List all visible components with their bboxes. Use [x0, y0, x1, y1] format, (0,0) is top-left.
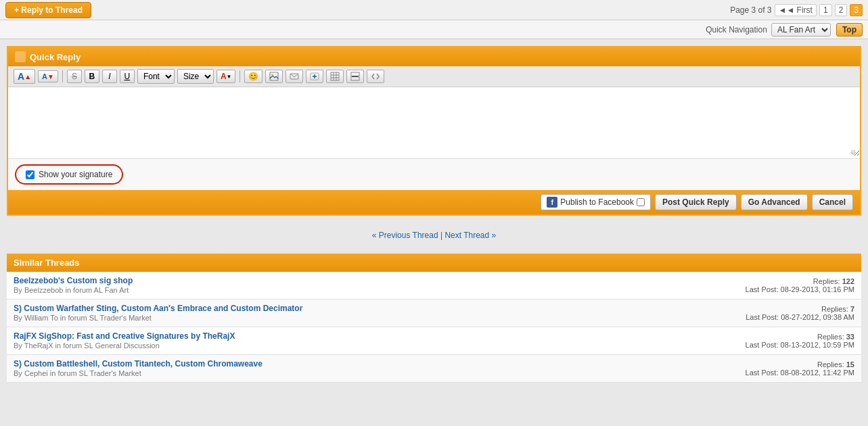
publish-facebook-button[interactable]: f Publish to Facebook [541, 194, 651, 210]
page-label: Page 3 of 3 [730, 5, 771, 15]
thread-title-link[interactable]: RajFX SigShop: Fast and Creative Signatu… [14, 331, 608, 341]
insert-table-btn[interactable] [326, 70, 344, 83]
cancel-button[interactable]: Cancel [812, 194, 853, 210]
underline-btn[interactable]: U [120, 70, 135, 83]
strikethrough-btn[interactable]: S [67, 70, 82, 83]
quick-nav-label: Quick Navigation [706, 25, 767, 34]
replies-count: 15 [846, 360, 854, 369]
first-page-link[interactable]: ◄◄ First [775, 4, 817, 16]
insert-code-btn[interactable] [367, 70, 384, 83]
editor-wrapper: ⟱ [8, 87, 860, 158]
thread-meta: By William To in forum SL Trader's Marke… [14, 314, 152, 322]
thread-replies-cell: Replies: 15 Last Post: 08-08-2012, 11:42… [615, 355, 861, 383]
last-post-label: Last Post: [746, 313, 781, 321]
thread-info-cell: S) Custom Warfather Sting, Custom Aan's … [7, 300, 615, 327]
table-row: S) Custom Battleshell, Custom Titantech,… [7, 355, 861, 383]
increase-font-btn[interactable]: A▲ [14, 69, 35, 84]
thread-title-link[interactable]: Beelzzebob's Custom sig shop [14, 276, 608, 285]
replies-count: 122 [842, 277, 854, 285]
post-quick-reply-button[interactable]: Post Quick Reply [655, 194, 737, 210]
toolbar-divider-2 [239, 70, 240, 82]
table-row: Beelzzebob's Custom sig shop By Beelzzeb… [7, 272, 861, 300]
resize-handle[interactable]: ⟱ [850, 149, 859, 157]
size-select[interactable]: Size [177, 69, 214, 84]
thread-replies-cell: Replies: 33 Last Post: 08-13-2012, 10:59… [615, 327, 861, 355]
thread-title-link[interactable]: S) Custom Warfather Sting, Custom Aan's … [14, 304, 608, 313]
thread-title-link[interactable]: S) Custom Battleshell, Custom Titantech,… [14, 359, 608, 369]
similar-threads: Similar Threads Beelzzebob's Custom sig … [7, 254, 861, 383]
editor-toolbar: A▲ A▼ S B I U Font Size [8, 66, 860, 87]
thread-nav-separator: | [440, 231, 442, 240]
quick-nav-bar: Quick Navigation AL Fan Art Top [0, 20, 868, 39]
thread-info-cell: S) Custom Battleshell, Custom Titantech,… [7, 355, 615, 383]
replies-label: Replies: [817, 360, 846, 369]
thread-replies-cell: Replies: 7 Last Post: 08-27-2012, 09:38 … [615, 300, 861, 327]
previous-thread-link[interactable]: « Previous Thread [372, 231, 438, 240]
replies-label: Replies: [817, 333, 846, 341]
publish-facebook-label: Publish to Facebook [560, 197, 634, 207]
svg-rect-6 [331, 72, 339, 80]
similar-threads-header: Similar Threads [7, 254, 861, 272]
thread-info-cell: RajFX SigShop: Fast and Creative Signatu… [7, 327, 615, 355]
last-post-date: 08-13-2012, 10:59 PM [781, 341, 854, 349]
italic-btn[interactable]: I [102, 70, 117, 83]
page-1-link[interactable]: 1 [819, 4, 832, 16]
quick-reply-container: Quick Reply A▲ A▼ S B I [7, 46, 861, 216]
last-post-label: Last Post: [746, 341, 781, 349]
last-post-date: 08-29-2013, 01:16 PM [781, 285, 854, 293]
top-button[interactable]: Top [836, 23, 863, 37]
insert-hr-btn[interactable] [346, 70, 364, 83]
thread-replies-cell: Replies: 122 Last Post: 08-29-2013, 01:1… [615, 272, 861, 300]
last-post-date: 08-08-2012, 11:42 PM [781, 369, 854, 377]
thread-meta: By Beelzzebob in forum AL Fan Art [14, 286, 129, 294]
replies-label: Replies: [813, 277, 842, 285]
publish-facebook-checkbox[interactable] [637, 198, 645, 206]
last-post-date: 08-27-2012, 09:38 AM [781, 313, 854, 321]
action-buttons-row: f Publish to Facebook Post Quick Reply G… [8, 190, 860, 214]
page-2-link[interactable]: 2 [835, 4, 848, 16]
facebook-icon: f [547, 197, 557, 208]
table-row: S) Custom Warfather Sting, Custom Aan's … [7, 300, 861, 327]
svg-point-1 [272, 74, 273, 75]
thread-meta: By Cephei in forum SL Trader's Market [14, 369, 141, 377]
replies-count: 7 [850, 305, 854, 313]
bold-btn[interactable]: B [85, 70, 99, 83]
font-select[interactable]: Font [137, 69, 175, 84]
quick-reply-header: Quick Reply [8, 47, 860, 66]
replies-label: Replies: [821, 305, 850, 313]
thread-meta: By TheRajX in forum SL General Discussio… [14, 341, 160, 350]
go-advanced-button[interactable]: Go Advanced [741, 194, 808, 210]
signature-checkbox[interactable] [26, 170, 35, 179]
next-thread-link[interactable]: Next Thread » [444, 231, 496, 240]
similar-threads-table: Beelzzebob's Custom sig shop By Beelzzeb… [7, 272, 861, 383]
insert-image-btn[interactable] [265, 70, 283, 83]
table-row: RajFX SigShop: Fast and Creative Signatu… [7, 327, 861, 355]
toolbar-divider-1 [62, 70, 63, 82]
font-color-btn[interactable]: A▼ [216, 70, 236, 83]
svg-rect-0 [270, 72, 278, 80]
insert-img2-btn[interactable] [306, 70, 323, 83]
pagination: Page 3 of 3 ◄◄ First 1 2 3 [730, 4, 863, 16]
page-3-link[interactable]: 3 [850, 4, 863, 16]
reply-textarea[interactable] [8, 87, 860, 156]
decrease-font-btn[interactable]: A▼ [38, 70, 58, 82]
signature-area: Show your signature [15, 164, 123, 185]
last-post-label: Last Post: [746, 369, 781, 377]
insert-email-btn[interactable] [285, 70, 303, 83]
thread-info-cell: Beelzzebob's Custom sig shop By Beelzzeb… [7, 272, 615, 300]
quick-reply-title: Quick Reply [30, 52, 81, 62]
thread-nav: « Previous Thread | Next Thread » [7, 222, 861, 248]
reply-to-thread-button[interactable]: + Reply to Thread [5, 2, 91, 18]
replies-count: 33 [846, 333, 854, 341]
quick-nav-select[interactable]: AL Fan Art [771, 23, 831, 37]
emoji-btn[interactable]: 😊 [244, 70, 262, 83]
reply-footer: Show your signature [8, 158, 860, 190]
quick-reply-icon [15, 51, 26, 62]
last-post-label: Last Post: [746, 285, 781, 293]
signature-label[interactable]: Show your signature [39, 170, 112, 179]
